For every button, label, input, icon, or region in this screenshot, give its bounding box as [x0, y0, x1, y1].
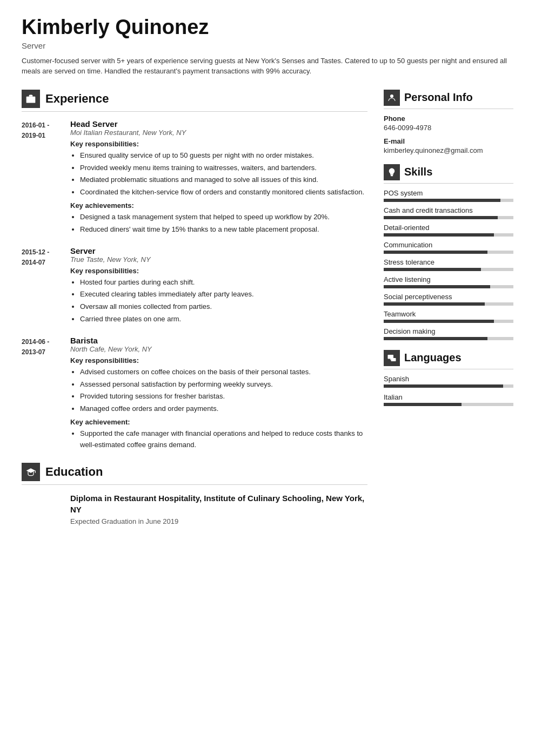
candidate-subtitle: Server [22, 41, 513, 50]
svg-rect-6 [391, 176, 393, 176]
skill-name: Stress tolerance [384, 258, 513, 266]
edu-date-1: Expected Graduation in June 2019 [70, 517, 367, 525]
resume-header: Kimberly Quinonez Server Customer-focuse… [22, 16, 513, 77]
skill-item: Communication [384, 241, 513, 254]
skills-icon [384, 164, 400, 180]
skill-name: Social perceptiveness [384, 293, 513, 301]
job-company-3: North Cafe, New York, NY [70, 345, 367, 353]
languages-section: Languages Spanish Italian [384, 350, 513, 406]
resume-page: Kimberly Quinonez Server Customer-focuse… [0, 0, 535, 756]
skill-bar-fill [384, 268, 481, 271]
email-label: E-mail [384, 137, 513, 145]
email-value: kimberley.quinonez@gmail.com [384, 146, 513, 154]
job-company-1: Moi Italian Restaurant, New York, NY [70, 129, 367, 137]
candidate-name: Kimberly Quinonez [22, 16, 513, 39]
language-item: Spanish [384, 375, 513, 388]
personal-info-title: Personal Info [404, 91, 473, 104]
job-ach-list-3: Supported the cafe manager with financia… [70, 428, 367, 451]
job-details-2: Server True Taste, New York, NY Key resp… [70, 246, 367, 326]
list-item: Executed clearing tables immediately aft… [80, 289, 367, 300]
skills-list: POS system Cash and credit transactions … [384, 189, 513, 340]
phone-label: Phone [384, 114, 513, 123]
edu-degree-1: Diploma in Restaurant Hospitality, Insti… [70, 492, 367, 515]
job-title-3: Barista [70, 336, 367, 345]
job-block-3: 2014-06 - 2013-07 Barista North Cafe, Ne… [22, 336, 367, 452]
experience-section: Experience 2016-01 - 2019-01 Head Server… [22, 90, 367, 452]
language-bar-bg [384, 403, 513, 406]
skill-item: Social perceptiveness [384, 293, 513, 306]
skill-item: Active listening [384, 275, 513, 288]
language-bar-fill [384, 384, 503, 388]
job-dates-3: 2014-06 - 2013-07 [22, 336, 70, 452]
job-resp-list-2: Hosted four parties during each shift. E… [70, 277, 367, 325]
personal-info-divider [384, 109, 513, 109]
list-item: Reduced diners' wait time by 15% thanks … [80, 224, 367, 235]
skill-name: Communication [384, 241, 513, 249]
job-ach-list-1: Designed a task management system that h… [70, 212, 367, 235]
skill-name: Teamwork [384, 310, 513, 318]
job-ach-label-3: Key achievement: [70, 418, 367, 426]
skill-name: Decision making [384, 327, 513, 335]
personal-info-icon [384, 90, 400, 106]
list-item: Ensured quality service of up to 50 gues… [80, 150, 367, 161]
skill-name: POS system [384, 189, 513, 197]
language-name: Italian [384, 393, 513, 401]
list-item: Oversaw all monies collected from partie… [80, 301, 367, 313]
experience-header: Experience [22, 90, 367, 108]
personal-info-section: Personal Info Phone 646-0099-4978 E-mail… [384, 90, 513, 154]
svg-rect-8 [391, 358, 396, 361]
job-dates-1: 2016-01 - 2019-01 [22, 119, 70, 237]
edu-block-1: Diploma in Restaurant Hospitality, Insti… [70, 492, 367, 525]
list-item: Provided tutoring sessions for fresher b… [80, 391, 367, 402]
list-item: Provided weekly menu items training to w… [80, 163, 367, 174]
job-details-3: Barista North Cafe, New York, NY Key res… [70, 336, 367, 452]
candidate-summary: Customer-focused server with 5+ years of… [22, 56, 508, 77]
list-item: Hosted four parties during each shift. [80, 277, 367, 288]
skill-bar-fill [384, 216, 498, 219]
education-title: Education [45, 465, 103, 479]
skill-bar-bg [384, 216, 513, 219]
main-content: Experience 2016-01 - 2019-01 Head Server… [22, 90, 513, 536]
svg-rect-5 [391, 174, 393, 176]
job-title-2: Server [70, 246, 367, 255]
skills-header: Skills [384, 164, 513, 180]
left-column: Experience 2016-01 - 2019-01 Head Server… [22, 90, 367, 536]
skills-section: Skills POS system Cash and credit transa… [384, 164, 513, 340]
job-details-1: Head Server Moi Italian Restaurant, New … [70, 119, 367, 237]
language-name: Spanish [384, 375, 513, 383]
skill-item: Detail-oriented [384, 224, 513, 237]
language-item: Italian [384, 393, 513, 406]
job-title-1: Head Server [70, 119, 367, 129]
job-resp-list-3: Advised customers on coffee choices on t… [70, 367, 367, 415]
skill-name: Cash and credit transactions [384, 206, 513, 214]
languages-icon [384, 350, 400, 366]
job-ach-label-1: Key achievements: [70, 201, 367, 210]
skill-bar-bg [384, 199, 513, 202]
list-item: Designed a task management system that h… [80, 212, 367, 223]
skill-bar-bg [384, 302, 513, 306]
skill-bar-bg [384, 251, 513, 254]
experience-divider [22, 111, 367, 112]
skills-title: Skills [404, 166, 432, 178]
skill-bar-bg [384, 285, 513, 288]
languages-header: Languages [384, 350, 513, 366]
list-item: Coordinated the kitchen-service flow of … [80, 187, 367, 198]
skill-name: Detail-oriented [384, 224, 513, 232]
skill-bar-bg [384, 268, 513, 271]
personal-info-header: Personal Info [384, 90, 513, 106]
job-resp-label-2: Key responsibilities: [70, 267, 367, 275]
skill-bar-fill [384, 251, 487, 254]
skill-bar-bg [384, 337, 513, 340]
languages-title: Languages [404, 352, 462, 364]
skill-item: Cash and credit transactions [384, 206, 513, 219]
list-item: Advised customers on coffee choices on t… [80, 367, 367, 378]
job-resp-label-3: Key responsibilities: [70, 356, 367, 364]
job-resp-list-1: Ensured quality service of up to 50 gues… [70, 150, 367, 198]
list-item: Supported the cafe manager with financia… [80, 428, 367, 451]
skill-bar-fill [384, 285, 490, 288]
phone-value: 646-0099-4978 [384, 124, 513, 132]
skill-bar-fill [384, 199, 500, 202]
skill-bar-bg [384, 233, 513, 237]
education-header: Education [22, 463, 367, 481]
skill-item: Teamwork [384, 310, 513, 323]
